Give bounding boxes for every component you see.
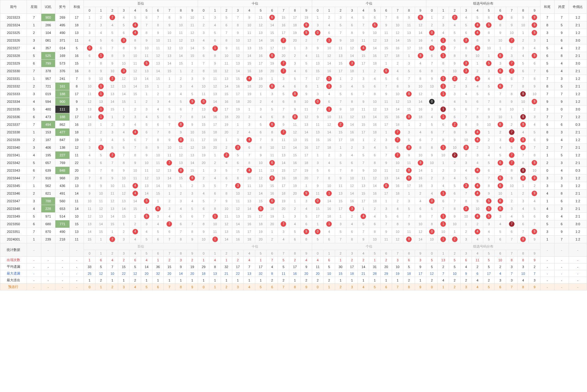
ball-5: 5	[486, 61, 492, 66]
hw-cell: 5	[540, 60, 555, 67]
jianghao-cell: 495	[55, 21, 70, 29]
preselect-digit[interactable]: 2	[107, 284, 118, 290]
ball-8: 8	[520, 114, 526, 120]
jianghao-cell: 573	[55, 60, 70, 67]
preselect-digit[interactable]: 7	[164, 284, 175, 290]
data-row: 2023331195724179102121314151239111315419…	[0, 75, 587, 83]
period-cell: 2023339	[0, 136, 27, 144]
preselect-digit[interactable]: 0	[84, 284, 95, 290]
hezhi-cell: 22	[69, 159, 84, 167]
ball-4: 4	[475, 22, 480, 28]
preselect-digit[interactable]: 0	[312, 284, 323, 290]
shiji-cell: 721	[41, 83, 55, 90]
jianghao-cell: 900	[55, 98, 70, 106]
preselect-digit[interactable]: 8	[403, 284, 415, 290]
group-gewei: 个位	[312, 0, 426, 7]
kd-cell: 4	[555, 136, 569, 144]
kd-cell: 8	[555, 52, 569, 60]
hw-cell: 1	[540, 37, 555, 44]
ball-0: 0	[87, 45, 92, 51]
shiji-cell: 821	[41, 190, 55, 197]
shiji-cell: 799	[41, 60, 55, 67]
preselect-digit[interactable]: 8	[289, 284, 301, 290]
ball-4: 4	[133, 129, 138, 135]
ball-6: 6	[269, 198, 275, 204]
kd-cell: 3	[555, 129, 569, 136]
week-cell: 2	[27, 29, 41, 37]
preselect-digit[interactable]: 9	[186, 284, 198, 290]
ball-6: 6	[498, 183, 503, 189]
preselect-digit[interactable]: 8	[175, 284, 186, 290]
hw-cell: 1	[540, 197, 555, 205]
ball-0: 0	[201, 99, 206, 104]
period-cell: 2023327	[0, 44, 27, 52]
shiji-cell: 494	[41, 121, 55, 129]
preselect-digit[interactable]: 2	[449, 284, 460, 290]
ball-7: 7	[166, 160, 172, 166]
ball-7: 7	[395, 152, 400, 158]
jo-cell: 1:2	[569, 136, 587, 144]
jo-cell: 3:0	[569, 37, 587, 44]
preselect-digit[interactable]: 7	[506, 284, 517, 290]
week-cell: 1	[27, 182, 41, 190]
stat-label: 预选行	[0, 284, 27, 290]
period-cell: 2023323	[0, 14, 27, 21]
preselect-digit[interactable]: 3	[118, 284, 129, 290]
preselect-digit[interactable]: 7	[278, 284, 289, 290]
preselect-digit[interactable]: 5	[141, 284, 152, 290]
preselect-digit[interactable]: 7	[392, 284, 403, 290]
shiji-cell: 639	[41, 167, 55, 174]
hw-cell: 3	[540, 106, 555, 113]
shiji-cell: 378	[41, 67, 55, 75]
preselect-digit[interactable]: 3	[232, 284, 244, 290]
ball-1: 1	[440, 84, 446, 89]
digit-header-4: 4	[129, 7, 141, 14]
kd-cell: 7	[555, 90, 569, 98]
preselect-digit[interactable]: 1	[438, 284, 449, 290]
preselect-digit[interactable]: 4	[129, 284, 141, 290]
hw-cell: 3	[540, 29, 555, 37]
ball-2: 2	[224, 152, 229, 158]
preselect-digit[interactable]: 8	[518, 284, 529, 290]
period-cell: 2023351	[0, 228, 27, 236]
preselect-digit[interactable]: 1	[323, 284, 335, 290]
kd-cell: 5	[555, 151, 569, 159]
preselect-digit[interactable]: 1	[95, 284, 107, 290]
jianghao-cell: 241	[55, 75, 70, 83]
ball-5: 5	[144, 198, 149, 204]
digit-header-7: 7	[164, 7, 175, 14]
preselect-digit[interactable]: 0	[426, 284, 437, 290]
preselect-digit[interactable]: 2	[335, 284, 346, 290]
preselect-digit[interactable]: 4	[472, 284, 483, 290]
period-cell: 2023326	[0, 37, 27, 44]
col-period[interactable]: 期号	[0, 0, 27, 14]
hw-cell: 6	[540, 52, 555, 60]
ball-7: 7	[395, 137, 400, 143]
week-cell: 4	[27, 44, 41, 52]
preselect-digit[interactable]: 1	[209, 284, 221, 290]
preselect-digit[interactable]: 9	[415, 284, 426, 290]
preselect-digit[interactable]: 4	[358, 284, 369, 290]
preselect-digit[interactable]: 5	[369, 284, 380, 290]
preselect-digit[interactable]: 5	[255, 284, 266, 290]
hezhi-cell: 14	[69, 190, 84, 197]
preselect-digit[interactable]: 3	[460, 284, 472, 290]
week-cell: 7	[27, 67, 41, 75]
preselect-digit[interactable]: 9	[301, 284, 312, 290]
preselect-digit[interactable]: 4	[244, 284, 255, 290]
preselect-digit[interactable]: 6	[266, 284, 278, 290]
digit-header-4: 4	[472, 7, 483, 14]
digit-header-6: 6	[495, 7, 506, 14]
hezhi-cell: 13	[69, 182, 84, 190]
preselect-digit[interactable]: 9	[529, 284, 540, 290]
preselect-digit[interactable]: 2	[221, 284, 232, 290]
preselect-digit[interactable]: 6	[152, 284, 164, 290]
kd-cell: 3	[555, 159, 569, 167]
digit-header-0: 0	[426, 7, 437, 14]
preselect-digit[interactable]: 5	[483, 284, 495, 290]
preselect-digit[interactable]: 3	[346, 284, 357, 290]
preselect-digit[interactable]: 6	[495, 284, 506, 290]
preselect-digit[interactable]: 6	[380, 284, 392, 290]
digit-header-0: 0	[84, 7, 95, 14]
preselect-digit[interactable]: 0	[198, 284, 209, 290]
